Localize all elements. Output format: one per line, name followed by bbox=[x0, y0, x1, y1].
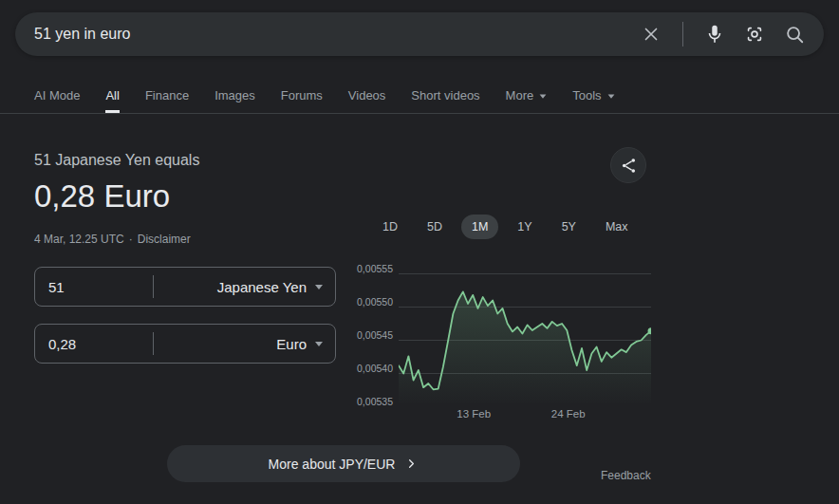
range-chip-max[interactable]: Max bbox=[595, 215, 639, 239]
conversion-timestamp: 4 Mar, 12.25 UTC · Disclaimer bbox=[34, 233, 191, 246]
range-chip-1d[interactable]: 1D bbox=[372, 215, 408, 239]
tab-tools-label: Tools bbox=[572, 88, 601, 103]
converter-row-jpy: Japanese Yen bbox=[34, 267, 336, 307]
disclaimer-link[interactable]: Disclaimer bbox=[138, 233, 191, 246]
y-axis-tick: 0,00555 bbox=[351, 263, 393, 274]
chevron-down-icon bbox=[315, 342, 323, 346]
y-axis-tick: 0,00545 bbox=[351, 329, 393, 341]
tab-images[interactable]: Images bbox=[214, 83, 255, 113]
tab-tools[interactable]: Tools bbox=[572, 83, 614, 113]
lens-icon bbox=[744, 24, 765, 45]
search-icon bbox=[784, 24, 805, 45]
rate-chart-plot[interactable] bbox=[399, 269, 651, 403]
separator-dot: · bbox=[129, 233, 133, 246]
voice-search-button[interactable] bbox=[699, 18, 731, 50]
tab-videos[interactable]: Videos bbox=[348, 83, 386, 113]
close-icon bbox=[641, 24, 662, 45]
range-chip-5y[interactable]: 5Y bbox=[551, 215, 587, 239]
currency-label-eur: Euro bbox=[276, 336, 307, 352]
share-button[interactable] bbox=[610, 147, 646, 183]
tab-forums[interactable]: Forums bbox=[281, 83, 323, 113]
tab-short-videos[interactable]: Short videos bbox=[411, 83, 479, 113]
converter-row-eur: Euro bbox=[34, 324, 336, 364]
exchange-rate-chart: 0,00555 0,00550 0,00545 0,00540 0,00535 … bbox=[351, 263, 653, 432]
y-axis-tick: 0,00550 bbox=[351, 296, 393, 308]
currency-label-jpy: Japanese Yen bbox=[217, 279, 307, 295]
more-about-button[interactable]: More about JPY/EUR bbox=[167, 445, 520, 482]
range-chip-5d[interactable]: 5D bbox=[417, 215, 453, 239]
tab-finance[interactable]: Finance bbox=[145, 83, 189, 113]
tab-ai-mode[interactable]: AI Mode bbox=[34, 83, 80, 113]
google-search-results-page: AI Mode All Finance Images Forums Videos… bbox=[0, 0, 839, 504]
conversion-result-value: 0,28 Euro bbox=[34, 178, 170, 215]
search-tabs: AI Mode All Finance Images Forums Videos… bbox=[34, 83, 615, 113]
tab-more[interactable]: More bbox=[506, 83, 548, 113]
y-axis-tick: 0,00540 bbox=[351, 363, 393, 374]
chevron-down-icon bbox=[315, 285, 323, 289]
chevron-down-icon bbox=[540, 94, 547, 98]
share-icon bbox=[620, 157, 638, 175]
amount-input-jpy[interactable] bbox=[35, 268, 149, 306]
image-search-button[interactable] bbox=[738, 18, 771, 50]
amount-input-eur[interactable] bbox=[35, 325, 149, 363]
search-bar-divider bbox=[682, 22, 683, 47]
currency-select-jpy[interactable]: Japanese Yen bbox=[154, 268, 335, 306]
chevron-right-icon bbox=[404, 457, 419, 471]
range-chip-1y[interactable]: 1Y bbox=[507, 215, 542, 239]
search-bar[interactable] bbox=[15, 12, 824, 56]
clear-search-button[interactable] bbox=[635, 18, 667, 50]
microphone-icon bbox=[704, 24, 725, 45]
search-bar-actions bbox=[635, 18, 824, 50]
more-about-label: More about JPY/EUR bbox=[269, 457, 396, 472]
chevron-down-icon bbox=[607, 94, 614, 98]
header-divider bbox=[0, 113, 839, 114]
y-axis-tick: 0,00535 bbox=[351, 396, 393, 407]
search-submit-button[interactable] bbox=[778, 18, 811, 50]
x-tick: 13 Feb bbox=[457, 408, 491, 420]
tab-more-label: More bbox=[506, 88, 534, 103]
timestamp-text: 4 Mar, 12.25 UTC bbox=[34, 233, 124, 246]
currency-select-eur[interactable]: Euro bbox=[154, 325, 335, 363]
search-input[interactable] bbox=[15, 26, 635, 43]
conversion-equals-label: 51 Japanese Yen equals bbox=[34, 152, 199, 169]
x-tick: 24 Feb bbox=[551, 408, 586, 420]
range-chip-1m[interactable]: 1M bbox=[461, 215, 498, 239]
feedback-link[interactable]: Feedback bbox=[601, 469, 651, 482]
tab-all[interactable]: All bbox=[105, 83, 119, 113]
chart-range-selector: 1D 5D 1M 1Y 5Y Max bbox=[372, 215, 639, 239]
